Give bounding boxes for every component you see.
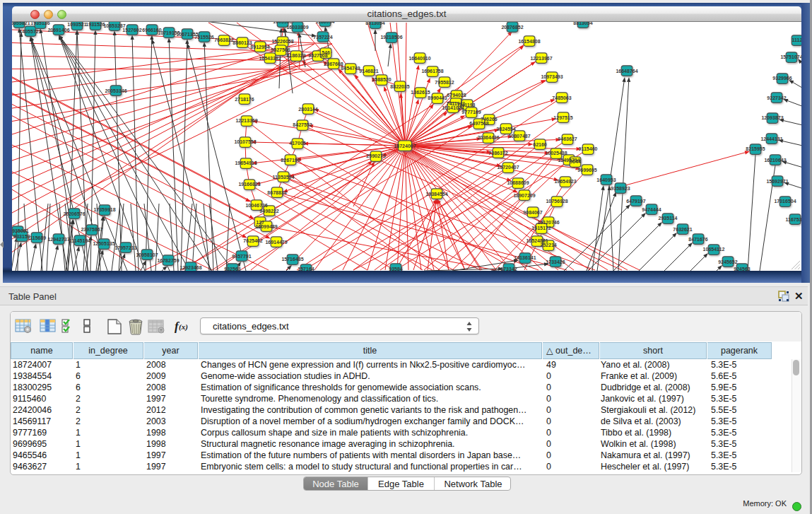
svg-text:10046736: 10046736: [245, 203, 267, 208]
svg-text:10807487: 10807487: [508, 134, 530, 139]
svg-text:19166823: 19166823: [238, 182, 260, 187]
svg-text:9463627: 9463627: [558, 136, 577, 141]
svg-text:8678834: 8678834: [267, 190, 286, 195]
svg-text:20206576: 20206576: [63, 211, 85, 216]
svg-text:16955821: 16955821: [12, 22, 30, 25]
svg-text:924563: 924563: [734, 267, 750, 271]
svg-text:1297515: 1297515: [553, 115, 572, 120]
svg-text:8471676: 8471676: [688, 237, 707, 242]
svg-text:15751074: 15751074: [780, 54, 801, 59]
svg-text:11145194: 11145194: [69, 238, 90, 243]
svg-text:16141074: 16141074: [442, 105, 464, 110]
svg-text:20364436: 20364436: [477, 135, 499, 140]
svg-text:10688609: 10688609: [507, 180, 529, 185]
svg-text:16640910: 16640910: [408, 56, 430, 61]
svg-text:16782759: 16782759: [157, 258, 179, 263]
svg-text:8454749: 8454749: [341, 66, 360, 71]
svg-text:16961758: 16961758: [421, 69, 443, 74]
svg-text:12213369: 12213369: [235, 118, 257, 123]
svg-text:19654913: 19654913: [235, 160, 257, 165]
svg-text:20053346: 20053346: [105, 88, 126, 93]
svg-text:1093521: 1093521: [67, 22, 86, 27]
svg-text:6497568: 6497568: [469, 121, 488, 126]
svg-text:93584: 93584: [389, 267, 403, 271]
svg-text:8427552: 8427552: [293, 122, 312, 127]
svg-text:18724007: 18724007: [394, 144, 416, 148]
svg-text:18907209: 18907209: [513, 193, 535, 198]
svg-text:14136141: 14136141: [514, 255, 536, 260]
svg-text:12942737: 12942737: [47, 237, 69, 242]
svg-text:7386372: 7386372: [488, 151, 507, 156]
svg-text:1733426: 1733426: [546, 259, 565, 264]
svg-text:1527602: 1527602: [122, 28, 141, 33]
svg-text:16914479: 16914479: [265, 240, 287, 245]
svg-text:8813054: 8813054: [365, 22, 384, 25]
svg-text:12444131: 12444131: [760, 136, 782, 141]
svg-text:6794028: 6794028: [447, 93, 466, 98]
svg-text:8813054: 8813054: [573, 22, 592, 25]
svg-text:9498222: 9498222: [259, 209, 278, 214]
svg-text:12923468: 12923468: [180, 265, 201, 270]
svg-text:12213967: 12213967: [530, 56, 552, 61]
svg-text:1167533: 1167533: [786, 217, 801, 222]
svg-text:7485063: 7485063: [552, 95, 571, 100]
svg-text:6479197: 6479197: [626, 199, 645, 204]
svg-text:15692971: 15692971: [766, 179, 788, 184]
svg-text:1112: 1112: [792, 37, 801, 42]
svg-text:1615172: 1615172: [531, 226, 551, 230]
svg-text:9115460: 9115460: [579, 146, 598, 151]
svg-text:11353594: 11353594: [273, 175, 295, 180]
svg-text:1935136: 1935136: [30, 22, 49, 25]
svg-text:1640953: 1640953: [596, 177, 616, 182]
svg-text:20691406: 20691406: [47, 28, 69, 33]
svg-text:7663822: 7663822: [214, 37, 233, 42]
svg-text:8215955: 8215955: [746, 146, 765, 151]
svg-text:8822035: 8822035: [390, 84, 409, 89]
svg-text:1603308: 1603308: [273, 22, 292, 24]
svg-text:16099489: 16099489: [255, 224, 277, 229]
svg-text:8267190: 8267190: [281, 158, 300, 163]
svg-text:16033809: 16033809: [286, 25, 308, 30]
svg-text:14055721: 14055721: [19, 29, 41, 34]
svg-text:9227342: 9227342: [767, 95, 786, 100]
svg-text:16935061: 16935061: [12, 228, 29, 233]
svg-text:23975867: 23975867: [81, 227, 102, 232]
svg-text:16154808: 16154808: [518, 39, 540, 44]
svg-text:1362615: 1362615: [411, 90, 430, 95]
svg-text:19218506: 19218506: [380, 35, 402, 40]
svg-text:10107553: 10107553: [234, 139, 256, 144]
svg-text:17359918: 17359918: [93, 207, 115, 212]
svg-text:16210643: 16210643: [764, 158, 786, 163]
svg-text:9084067: 9084067: [523, 210, 542, 215]
svg-text:16543382: 16543382: [259, 56, 281, 61]
svg-text:7632621: 7632621: [673, 227, 692, 232]
svg-text:9527506: 9527506: [271, 47, 290, 52]
svg-text:19654923: 19654923: [554, 179, 576, 184]
svg-text:20876852: 20876852: [501, 25, 523, 30]
svg-text:(x): (x): [179, 322, 188, 332]
svg-text:2935114: 2935114: [659, 216, 678, 221]
svg-text:9245652: 9245652: [718, 259, 737, 264]
svg-text:2718176: 2718176: [235, 97, 254, 102]
svg-text:8186323: 8186323: [286, 53, 305, 58]
svg-text:2588520: 2588520: [372, 77, 391, 82]
svg-text:417005: 417005: [289, 141, 305, 146]
svg-text:17016504: 17016504: [774, 199, 796, 204]
svg-text:2590273: 2590273: [366, 153, 385, 158]
svg-text:17957213: 17957213: [114, 245, 136, 250]
svg-text:12093873: 12093873: [761, 115, 783, 120]
svg-text:9146821: 9146821: [359, 69, 378, 74]
svg-text:9329966: 9329966: [772, 76, 792, 81]
svg-text:7515526: 7515526: [194, 35, 213, 40]
svg-text:7357224: 7357224: [313, 35, 332, 40]
svg-text:16120746: 16120746: [537, 220, 559, 225]
svg-text:10973493: 10973493: [541, 74, 563, 79]
svg-text:10654112: 10654112: [703, 247, 725, 252]
svg-text:9699695: 9699695: [577, 168, 596, 173]
svg-text:7625402: 7625402: [243, 238, 262, 243]
svg-text:8860123: 8860123: [233, 40, 252, 45]
svg-text:546: 546: [322, 50, 330, 55]
svg-text:10958107: 10958107: [136, 252, 158, 257]
svg-text:15226058: 15226058: [271, 39, 293, 44]
svg-text:16648764: 16648764: [616, 69, 637, 74]
